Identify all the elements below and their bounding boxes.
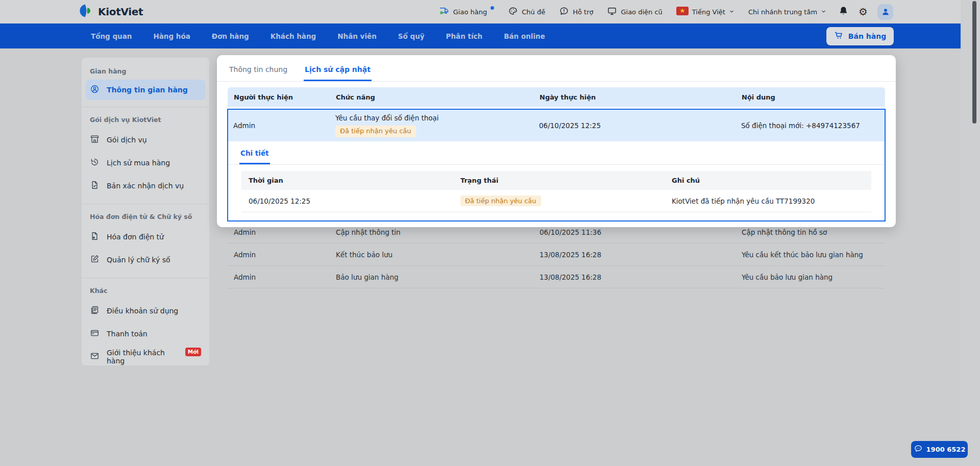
delivery-menu[interactable]: Giao hàng <box>439 6 494 18</box>
sidebar-item-ban-xac-nhan-dich-vu[interactable]: Bản xác nhận dịch vụ <box>82 174 209 197</box>
row-action: Bảo lưu gian hàng <box>336 273 540 281</box>
terms-icon <box>90 305 100 316</box>
nav-item-khach-hang[interactable]: Khách hàng <box>271 32 316 40</box>
sidebar-section-hoa-don: Hóa đơn điện tử & Chữ ký số Hóa đơn điện… <box>82 204 209 278</box>
sidebar-item-lich-su-mua-hang[interactable]: Lịch sử mua hàng <box>82 151 209 174</box>
sidebar-item-gioi-thieu-khach-hang[interactable]: Giới thiệu khách hàng Mới <box>82 345 209 368</box>
row-date: 06/10/2025 12:25 <box>539 121 741 130</box>
status-badge: Đã tiếp nhận yêu cầu <box>460 195 541 206</box>
cart-icon <box>834 31 844 42</box>
sidebar-item-thong-tin-gian-hang[interactable]: Thông tin gian hàng <box>86 80 205 100</box>
row-user: Admin <box>234 273 336 281</box>
topbar: KiotViet Giao hàng <box>0 0 980 23</box>
row-content: Cập nhật thông tin hồ sơ <box>742 228 885 236</box>
expanded-row-container: Admin Yêu cầu thay đổi số điện thoại Đã … <box>227 109 886 222</box>
row-user: Admin <box>234 228 336 236</box>
store-profile-icon <box>90 84 100 95</box>
sidebar-item-quan-ly-chu-ky-so[interactable]: Quản lý chữ ký số <box>82 248 209 271</box>
column-header-user: Người thực hiện <box>234 93 336 101</box>
expanded-table-row[interactable]: Admin Yêu cầu thay đổi số điện thoại Đã … <box>228 110 885 141</box>
nav-item-so-quy[interactable]: Sổ quỹ <box>398 32 425 40</box>
table-row[interactable]: Admin Bảo lưu gian hàng 13/08/2025 16:28… <box>228 266 885 288</box>
nav-item-don-hang[interactable]: Đơn hàng <box>212 32 249 40</box>
tab-lich-su-cap-nhat[interactable]: Lịch sử cập nhật <box>304 65 372 81</box>
sidebar-section-header: Khác <box>82 286 209 299</box>
row-action: Cập nhật thông tin <box>336 228 540 236</box>
monitor-icon <box>607 6 617 18</box>
row-action: Kết thúc bảo lưu <box>336 251 540 259</box>
user-avatar[interactable] <box>877 4 893 20</box>
nav-item-tong-quan[interactable]: Tổng quan <box>91 32 132 40</box>
column-header-time: Thời gian <box>249 177 460 184</box>
sidebar-item-dieu-khoan-su-dung[interactable]: Điều khoản sử dụng <box>82 299 209 322</box>
kiotviet-logo-icon <box>79 4 93 20</box>
history-table-background-rows: Admin Cập nhật thông tin 06/10/2025 11:3… <box>228 221 885 288</box>
help-icon <box>559 6 569 18</box>
row-date: 13/08/2025 16:28 <box>540 251 742 259</box>
row-date: 13/08/2025 16:28 <box>540 273 742 281</box>
sidebar-item-label: Gói dịch vụ <box>107 136 147 144</box>
row-content: Số điện thoại mới: +84974123567 <box>741 121 885 130</box>
support-menu[interactable]: Hỗ trợ <box>559 6 593 18</box>
detail-table: Thời gian Trạng thái Ghi chú 06/10/2025 … <box>241 171 871 212</box>
status-badge: Đã tiếp nhận yêu cầu <box>335 126 416 137</box>
topbar-right: Giao hàng Chủ đề <box>439 4 893 20</box>
row-action: Yêu cầu thay đổi số điện thoại Đã tiếp n… <box>335 114 539 137</box>
e-invoice-icon <box>90 231 100 242</box>
hotline-number: 1900 6522 <box>926 446 966 453</box>
theme-label: Chủ đề <box>522 8 545 16</box>
branch-selector[interactable]: Chi nhánh trung tâm <box>748 8 826 16</box>
nav-item-nhan-vien[interactable]: Nhân viên <box>337 32 377 40</box>
topbar-icon-cluster: ⚙︎ <box>838 4 893 20</box>
nav-item-hang-hoa[interactable]: Hàng hóa <box>153 32 190 40</box>
sidebar-item-label: Quản lý chữ ký số <box>107 256 170 264</box>
tab-thong-tin-chung[interactable]: Thông tin chung <box>228 65 288 81</box>
sidebar-section-header: Gói dịch vụ KiotViet <box>82 115 209 128</box>
nav-item-phan-tich[interactable]: Phân tích <box>446 32 483 40</box>
service-confirmation-icon <box>90 180 100 191</box>
panel-tabs: Thông tin chung Lịch sử cập nhật <box>217 55 896 82</box>
referral-icon <box>90 351 100 362</box>
sidebar-section-header: Gian hàng <box>82 66 209 80</box>
sidebar-item-label: Hóa đơn điện tử <box>107 233 164 241</box>
column-header-date: Ngày thực hiện <box>540 93 742 101</box>
old-ui-menu[interactable]: Giao diện cũ <box>607 6 662 18</box>
main-navbar: Tổng quan Hàng hóa Đơn hàng Khách hàng N… <box>0 23 961 48</box>
row-content: Yêu cầu kết thúc bảo lưu gian hàng <box>742 251 885 259</box>
detail-tabbar: Chi tiết <box>228 141 885 165</box>
table-row[interactable]: Admin Kết thúc bảo lưu 13/08/2025 16:28 … <box>228 243 885 266</box>
sell-button[interactable]: Bán hàng <box>826 27 894 45</box>
scrollbar-thumb[interactable] <box>972 1 976 124</box>
vietnam-flag-icon <box>676 7 689 17</box>
kiotviet-logo[interactable]: KiotViet <box>79 4 143 20</box>
tab-chi-tiet[interactable]: Chi tiết <box>239 149 270 164</box>
delivery-truck-icon <box>439 6 450 18</box>
old-ui-label: Giao diện cũ <box>621 8 662 16</box>
nav-item-ban-online[interactable]: Bán online <box>504 32 545 40</box>
row-content: Yêu cầu bảo lưu gian hàng <box>742 273 885 281</box>
detail-status: Đã tiếp nhận yêu cầu <box>460 195 672 206</box>
detail-table-header: Thời gian Trạng thái Ghi chú <box>241 171 871 190</box>
delivery-label: Giao hàng <box>453 8 487 16</box>
hotline-chat-button[interactable]: 1900 6522 <box>911 441 968 458</box>
sidebar-item-label: Bản xác nhận dịch vụ <box>107 182 184 190</box>
detail-note: KiotViet đã tiếp nhận yêu cầu TT7199320 <box>672 197 871 205</box>
gear-icon[interactable]: ⚙︎ <box>859 7 868 17</box>
detail-table-row: 06/10/2025 12:25 Đã tiếp nhận yêu cầu Ki… <box>241 190 871 212</box>
language-label: Tiếng Việt <box>692 8 725 16</box>
row-date: 06/10/2025 11:36 <box>540 228 742 236</box>
sidebar-item-goi-dich-vu[interactable]: Gói dịch vụ <box>82 128 209 151</box>
purchase-history-icon <box>90 157 100 168</box>
sidebar-item-hoa-don-dien-tu[interactable]: Hóa đơn điện tử <box>82 225 209 248</box>
column-header-note: Ghi chú <box>672 177 871 184</box>
column-header-action: Chức năng <box>336 93 540 101</box>
bell-icon[interactable] <box>838 6 849 18</box>
scrollbar-gutter <box>961 0 980 466</box>
theme-menu[interactable]: Chủ đề <box>508 6 545 18</box>
row-action-text: Yêu cầu thay đổi số điện thoại <box>335 114 539 123</box>
sidebar-item-label: Giới thiệu khách hàng <box>107 349 173 365</box>
new-badge: Mới <box>185 348 201 356</box>
language-selector[interactable]: Tiếng Việt <box>676 7 734 17</box>
support-label: Hỗ trợ <box>573 8 593 16</box>
sidebar-item-thanh-toan[interactable]: Thanh toán <box>82 322 209 345</box>
